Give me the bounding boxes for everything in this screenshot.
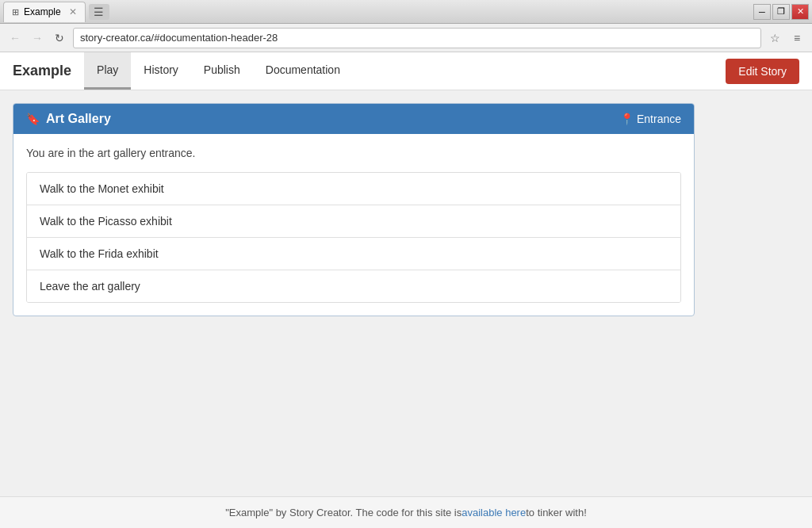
choice-item[interactable]: Leave the art gallery	[27, 270, 680, 302]
footer-text-after: to tinker with!	[526, 507, 587, 518]
address-bar: ← → ↻ ☆ ≡	[0, 24, 812, 52]
url-input[interactable]	[73, 28, 761, 48]
story-header: 🔖 Art Gallery 📍 Entrance	[13, 104, 694, 134]
new-tab-button[interactable]: ☰	[89, 4, 109, 20]
edit-story-button[interactable]: Edit Story	[726, 59, 799, 84]
tab-documentation[interactable]: Documentation	[253, 52, 353, 90]
main-content: 🔖 Art Gallery 📍 Entrance You are in the …	[0, 90, 812, 496]
tab-icon: ⊞	[12, 7, 19, 17]
app-nav: Example Play History Publish Documentati…	[0, 52, 812, 90]
choice-item[interactable]: Walk to the Picasso exhibit	[27, 205, 680, 238]
location-pin-icon: 📍	[620, 113, 634, 125]
story-header-title: 🔖 Art Gallery	[26, 112, 111, 126]
story-body: You are in the art gallery entrance. Wal…	[13, 134, 694, 316]
forward-button[interactable]: →	[29, 29, 46, 47]
location-name: Entrance	[637, 113, 681, 125]
tab-close-icon[interactable]: ✕	[69, 6, 77, 17]
browser-menu-icon[interactable]: ≡	[788, 29, 806, 47]
tab-history[interactable]: History	[131, 52, 191, 90]
story-title: Art Gallery	[46, 112, 111, 126]
footer-link[interactable]: available here	[462, 507, 526, 518]
nav-tabs: Play History Publish Documentation	[84, 52, 353, 90]
tab-title: Example	[24, 6, 61, 17]
bookmark-star-icon[interactable]: ☆	[766, 29, 783, 47]
close-button[interactable]: ✕	[791, 4, 809, 20]
footer-text-before: "Example" by Story Creator. The code for…	[225, 507, 462, 518]
tab-publish[interactable]: Publish	[191, 52, 253, 90]
choice-item[interactable]: Walk to the Frida exhibit	[27, 238, 680, 270]
browser-tab[interactable]: ⊞ Example ✕	[3, 2, 86, 22]
tab-bar: ⊞ Example ✕ ☰	[3, 2, 753, 22]
tab-play[interactable]: Play	[84, 52, 131, 90]
bookmark-icon: 🔖	[26, 113, 40, 125]
title-bar: ⊞ Example ✕ ☰ ─ ❐ ✕	[0, 0, 812, 24]
window-controls: ─ ❐ ✕	[753, 4, 809, 20]
app-title: Example	[13, 63, 71, 79]
story-panel: 🔖 Art Gallery 📍 Entrance You are in the …	[13, 103, 695, 316]
footer: "Example" by Story Creator. The code for…	[0, 496, 812, 528]
choices-list: Walk to the Monet exhibit Walk to the Pi…	[26, 172, 681, 303]
choice-item[interactable]: Walk to the Monet exhibit	[27, 173, 680, 205]
minimize-button[interactable]: ─	[753, 4, 771, 20]
restore-button[interactable]: ❐	[772, 4, 790, 20]
back-button[interactable]: ←	[6, 29, 24, 47]
story-description: You are in the art gallery entrance.	[26, 147, 681, 159]
refresh-button[interactable]: ↻	[51, 29, 68, 47]
story-location: 📍 Entrance	[620, 113, 681, 125]
